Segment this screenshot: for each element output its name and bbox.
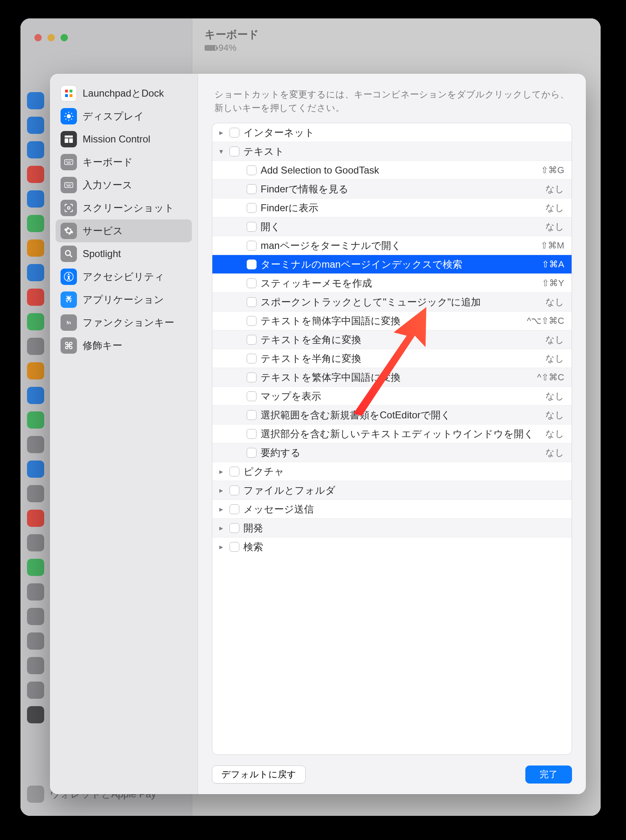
sidebar-item-mission-control[interactable]: Mission Control	[56, 128, 192, 151]
disclosure-icon[interactable]: ▸	[216, 524, 225, 533]
hint-text: ショートカットを変更するには、キーコンビネーションをダブルクリックしてから、新し…	[212, 88, 572, 115]
item-to-fullwidth[interactable]: テキストを全角に変換 なし	[212, 330, 572, 349]
group-search[interactable]: ▸ 検索	[212, 537, 572, 556]
checkbox[interactable]	[247, 410, 257, 420]
svg-rect-15	[69, 138, 73, 143]
shortcut-label[interactable]: なし	[545, 221, 564, 233]
item-man-search[interactable]: ターミナルのmanページインデックスで検索 ⇧⌘A	[212, 255, 572, 274]
item-coteditor[interactable]: 選択範囲を含む新規書類をCotEditorで開く なし	[212, 406, 572, 425]
close-icon[interactable]	[34, 34, 42, 41]
sidebar-item-input-sources[interactable]: 入力ソース	[56, 174, 192, 196]
shortcut-label[interactable]: ⇧⌘Y	[542, 278, 564, 289]
restore-defaults-button[interactable]: デフォルトに戻す	[212, 765, 306, 784]
checkbox[interactable]	[247, 222, 257, 232]
sidebar-item-applications[interactable]: アプリケーション	[56, 288, 192, 311]
sidebar-item-launchpad-dock[interactable]: LaunchpadとDock	[56, 82, 192, 105]
checkbox[interactable]	[230, 504, 239, 514]
shortcut-label[interactable]: ^⇧⌘C	[537, 372, 564, 383]
item-to-traditional[interactable]: テキストを繁体字中国語に変換 ^⇧⌘C	[212, 368, 572, 387]
checkbox[interactable]	[230, 485, 239, 495]
item-finder-show[interactable]: Finderに表示 なし	[212, 199, 572, 217]
svg-point-28	[68, 207, 70, 209]
done-button[interactable]: 完了	[525, 765, 572, 784]
disclosure-icon[interactable]: ▸	[216, 542, 225, 551]
group-messages[interactable]: ▸ メッセージ送信	[212, 500, 572, 519]
group-text[interactable]: ▾ テキスト	[212, 142, 572, 161]
shortcut-label[interactable]: なし	[545, 202, 564, 214]
svg-rect-13	[65, 135, 73, 138]
checkbox[interactable]	[247, 203, 257, 213]
shortcut-label[interactable]: なし	[545, 447, 564, 459]
sidebar-item-keyboard[interactable]: キーボード	[56, 151, 192, 174]
item-to-simplified[interactable]: テキストを簡体字中国語に変換 ^⌥⇧⌘C	[212, 312, 572, 330]
shortcut-label[interactable]: ⇧⌘A	[542, 259, 564, 270]
shortcut-label[interactable]: ⇧⌘M	[540, 240, 564, 251]
item-finder-info[interactable]: Finderで情報を見る なし	[212, 180, 572, 199]
shortcut-tree[interactable]: ▸ インターネット▾ テキスト Add Selection to GoodTas…	[212, 123, 572, 755]
item-show-maps[interactable]: マップを表示 なし	[212, 387, 572, 406]
group-development[interactable]: ▸ 開発	[212, 519, 572, 537]
item-man-open[interactable]: manページをターミナルで開く ⇧⌘M	[212, 236, 572, 255]
checkbox[interactable]	[230, 147, 239, 156]
checkbox[interactable]	[247, 373, 257, 382]
checkbox[interactable]	[247, 184, 257, 194]
shortcut-label[interactable]: なし	[545, 334, 564, 346]
shortcut-label[interactable]: なし	[545, 390, 564, 402]
group-label: ピクチャ	[243, 465, 564, 478]
shortcut-label[interactable]: なし	[545, 352, 564, 365]
sidebar-item-services[interactable]: サービス	[56, 219, 192, 242]
checkbox[interactable]	[247, 260, 257, 269]
minimize-icon[interactable]	[47, 34, 55, 41]
checkbox[interactable]	[247, 335, 257, 345]
maximize-icon[interactable]	[61, 34, 68, 41]
checkbox[interactable]	[230, 467, 239, 476]
item-summarize[interactable]: 要約する なし	[212, 443, 572, 462]
shortcut-label[interactable]: なし	[545, 183, 564, 195]
checkbox[interactable]	[247, 165, 257, 175]
checkbox[interactable]	[247, 241, 257, 251]
group-internet[interactable]: ▸ インターネット	[212, 123, 572, 142]
sidebar-item-screenshots[interactable]: スクリーンショット	[56, 196, 192, 219]
checkbox[interactable]	[247, 391, 257, 401]
checkbox[interactable]	[230, 542, 239, 552]
svg-point-29	[65, 251, 70, 255]
item-to-halfwidth[interactable]: テキストを半角に変換 なし	[212, 349, 572, 368]
group-files-folders[interactable]: ▸ ファイルとフォルダ	[212, 481, 572, 500]
shortcut-label[interactable]: ⇧⌘G	[541, 165, 564, 176]
checkbox[interactable]	[247, 316, 257, 326]
checkbox[interactable]	[247, 429, 257, 439]
checkbox[interactable]	[247, 354, 257, 364]
shortcut-label[interactable]: なし	[545, 428, 564, 440]
sidebar-item-spotlight[interactable]: Spotlight	[56, 242, 192, 265]
group-pictures[interactable]: ▸ ピクチャ	[212, 462, 572, 481]
group-label: ファイルとフォルダ	[243, 484, 564, 497]
gear-icon	[61, 223, 77, 239]
sidebar-item-accessibility[interactable]: アクセシビリティ	[56, 265, 192, 288]
disclosure-icon[interactable]: ▸	[216, 505, 225, 514]
checkbox[interactable]	[247, 448, 257, 458]
item-label: ターミナルのmanページインデックスで検索	[261, 258, 538, 271]
checkbox[interactable]	[247, 297, 257, 307]
disclosure-icon[interactable]: ▸	[216, 486, 225, 495]
item-sticky[interactable]: スティッキーメモを作成 ⇧⌘Y	[212, 274, 572, 293]
item-open[interactable]: 開く なし	[212, 217, 572, 236]
item-textedit[interactable]: 選択部分を含む新しいテキストエディットウインドウを開く なし	[212, 425, 572, 443]
checkbox[interactable]	[230, 523, 239, 533]
sidebar-item-display[interactable]: ディスプレイ	[56, 105, 192, 128]
svg-rect-14	[65, 138, 68, 143]
shortcut-label[interactable]: なし	[545, 296, 564, 308]
disclosure-icon[interactable]: ▸	[216, 128, 225, 137]
sidebar-item-label: サービス	[83, 224, 123, 237]
sidebar-item-function-keys[interactable]: fn ファンクションキー	[56, 311, 192, 334]
checkbox[interactable]	[247, 278, 257, 288]
disclosure-icon[interactable]: ▸	[216, 467, 225, 476]
disclosure-icon[interactable]: ▾	[216, 147, 225, 156]
accessibility-icon	[61, 269, 77, 285]
group-label: メッセージ送信	[243, 503, 564, 515]
sidebar-item-modifier-keys[interactable]: 修飾キー	[56, 334, 192, 357]
shortcut-label[interactable]: ^⌥⇧⌘C	[527, 316, 564, 326]
shortcut-label[interactable]: なし	[545, 409, 564, 421]
item-goodtask[interactable]: Add Selection to GoodTask ⇧⌘G	[212, 161, 572, 180]
checkbox[interactable]	[230, 128, 239, 138]
item-music-spoken[interactable]: スポークントラックとして"ミュージック"に追加 なし	[212, 293, 572, 312]
